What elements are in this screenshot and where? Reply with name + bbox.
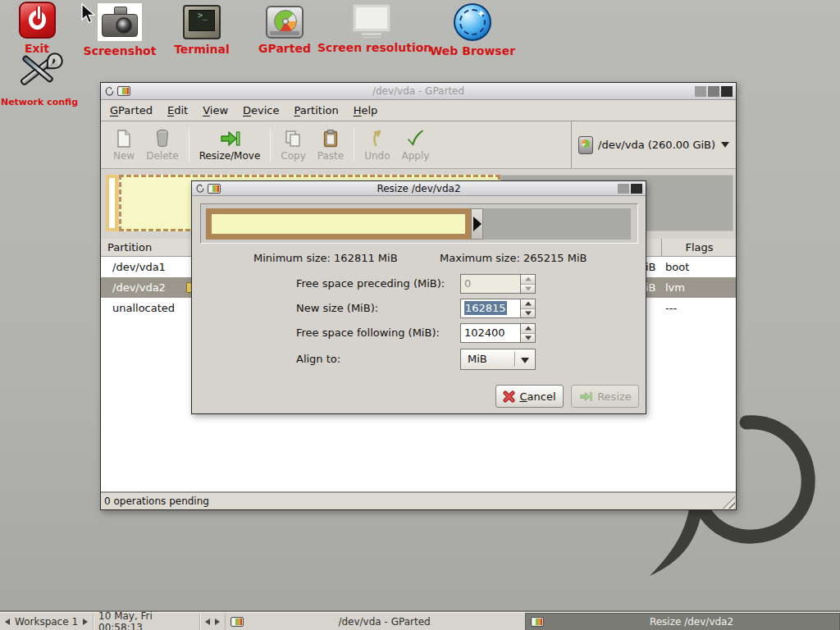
mouse-cursor [81, 3, 96, 25]
scroll-left-icon[interactable] [205, 619, 210, 625]
menu-edit[interactable]: Edit [160, 100, 195, 121]
resize-free-space-area [483, 208, 631, 240]
next-workspace-icon[interactable] [83, 619, 88, 625]
desktop-icon-web-browser[interactable]: ✦ Web Browser [427, 3, 518, 57]
window-titlebar[interactable]: /dev/vda - GParted [101, 83, 736, 100]
column-header-flags[interactable]: Flags [661, 239, 737, 257]
minimum-size-text: Minimum size: 162811 MiB [253, 252, 398, 264]
dialog-title: Resize /dev/vda2 [192, 183, 646, 194]
maximum-size-text: Maximum size: 265215 MiB [440, 252, 587, 264]
toolbar-apply-button[interactable]: Apply [396, 124, 436, 167]
toolbar-copy-button[interactable]: Copy [275, 124, 311, 167]
power-icon [19, 2, 56, 39]
dialog-titlebar[interactable]: Resize /dev/vda2 [192, 181, 646, 196]
workspace-label: Workspace 1 [15, 616, 78, 628]
align-to-label: Align to: [296, 349, 340, 370]
resize-grip[interactable] [723, 496, 735, 509]
clock-text: 10 May, Fri 00:58:13 [98, 610, 194, 630]
free-space-preceding-label: Free space preceding (MiB): [296, 274, 445, 294]
maximize-button[interactable] [708, 86, 719, 97]
resize-slider-widget [200, 203, 638, 244]
taskbar-item-resize-dialog[interactable]: Resize /dev/vda2 [525, 613, 840, 630]
desktop-icon-exit[interactable]: Exit [4, 2, 70, 55]
column-header-partition[interactable]: Partition [101, 239, 192, 257]
dropdown-arrow-icon [521, 358, 529, 363]
delete-partition-icon [154, 129, 171, 148]
cancel-x-icon [503, 390, 515, 403]
resize-button[interactable]: Resize [571, 385, 639, 408]
monitor-icon [350, 5, 393, 38]
free-space-following-spinner[interactable] [521, 323, 536, 343]
new-size-input[interactable]: 162815 [460, 299, 521, 318]
free-space-preceding-input[interactable]: 0 [460, 274, 521, 294]
close-button[interactable] [631, 184, 642, 194]
desktop-icon-label: Screenshot [79, 44, 161, 57]
toolbar-paste-button[interactable]: Paste [312, 124, 349, 167]
resize-partition-area[interactable] [206, 208, 471, 240]
combo-separator [514, 352, 515, 367]
workspace-switcher[interactable]: Workspace 1 [0, 614, 94, 630]
desktop-icon-network-config[interactable]: Network config [0, 52, 79, 107]
desktop-icon-label: Web Browser [427, 44, 518, 57]
globe-icon: ✦ [454, 3, 491, 41]
status-bar: 0 operations pending [101, 492, 736, 509]
toolbar: New Delete Resize/Move Copy [101, 121, 736, 169]
copy-icon [284, 129, 304, 148]
scroll-right-icon[interactable] [215, 619, 220, 625]
window-list-scroller[interactable] [200, 614, 225, 630]
menu-partition[interactable]: Partition [287, 100, 346, 121]
toolbar-resize-move-button[interactable]: Resize/Move [194, 124, 267, 167]
resize-move-icon [219, 129, 240, 148]
toolbar-delete-button[interactable]: Delete [140, 124, 184, 167]
desktop-icon-label: Terminal [162, 43, 241, 56]
dropdown-arrow-icon [721, 142, 729, 148]
align-to-dropdown[interactable]: MiB [460, 349, 536, 370]
new-size-spinner[interactable] [521, 299, 536, 318]
cancel-button[interactable]: Cancel [495, 385, 564, 408]
menu-view[interactable]: View [195, 100, 235, 121]
operations-pending-text: 0 operations pending [104, 495, 209, 507]
menu-device[interactable]: Device [235, 100, 286, 121]
close-button[interactable] [721, 86, 733, 97]
disk-icon [578, 136, 593, 154]
toolbar-separator [354, 128, 354, 162]
gparted-task-icon [531, 617, 544, 627]
device-selector[interactable]: /dev/vda (260.00 GiB) [571, 121, 736, 168]
desktop-icon-label: Screen resolution [317, 41, 426, 54]
resize-drag-handle[interactable] [471, 208, 483, 240]
desktop-icon-label: Network config [0, 97, 79, 107]
apply-check-icon [405, 129, 425, 148]
menu-gparted[interactable]: GParted [103, 100, 160, 121]
visual-partition-vda1[interactable] [106, 175, 118, 231]
desktop-icon-screen-resolution[interactable]: Screen resolution [317, 5, 426, 54]
free-space-following-input[interactable]: 102400 [460, 323, 521, 343]
camera-icon [98, 3, 142, 41]
clock: 10 May, Fri 00:58:13 [94, 614, 200, 630]
desktop-icon-terminal[interactable]: >_ Terminal [162, 5, 241, 56]
paste-icon [322, 129, 339, 148]
desktop-icon-label: GParted [250, 42, 319, 55]
toolbar-separator [189, 128, 189, 162]
menu-help[interactable]: Help [346, 100, 386, 121]
new-size-label: New size (MiB): [296, 299, 378, 318]
prev-workspace-icon[interactable] [5, 619, 10, 625]
toolbar-separator [270, 128, 271, 162]
taskbar-item-gparted[interactable]: /dev/vda - GParted [225, 613, 525, 630]
toolbar-undo-button[interactable]: Undo [358, 124, 395, 167]
free-space-following-label: Free space following (MiB): [296, 323, 440, 343]
resize-arrow-icon [578, 390, 593, 403]
free-space-preceding-spinner[interactable] [521, 274, 536, 294]
menubar: GParted Edit View Device Partition Help [101, 100, 736, 121]
minimize-button[interactable] [695, 86, 706, 97]
desktop-icon-gparted[interactable]: GParted [250, 6, 319, 55]
new-partition-icon [115, 129, 133, 148]
undo-icon [369, 129, 386, 148]
terminal-icon: >_ [183, 5, 221, 39]
gparted-task-icon [231, 617, 244, 627]
resize-dialog: Resize /dev/vda2 Minimum size: 162811 Mi… [191, 180, 646, 414]
maximize-button[interactable] [618, 184, 629, 194]
tools-icon [14, 52, 65, 94]
window-title: /dev/vda - GParted [101, 85, 736, 97]
gparted-disk-icon [266, 6, 304, 39]
toolbar-new-button[interactable]: New [107, 124, 140, 167]
